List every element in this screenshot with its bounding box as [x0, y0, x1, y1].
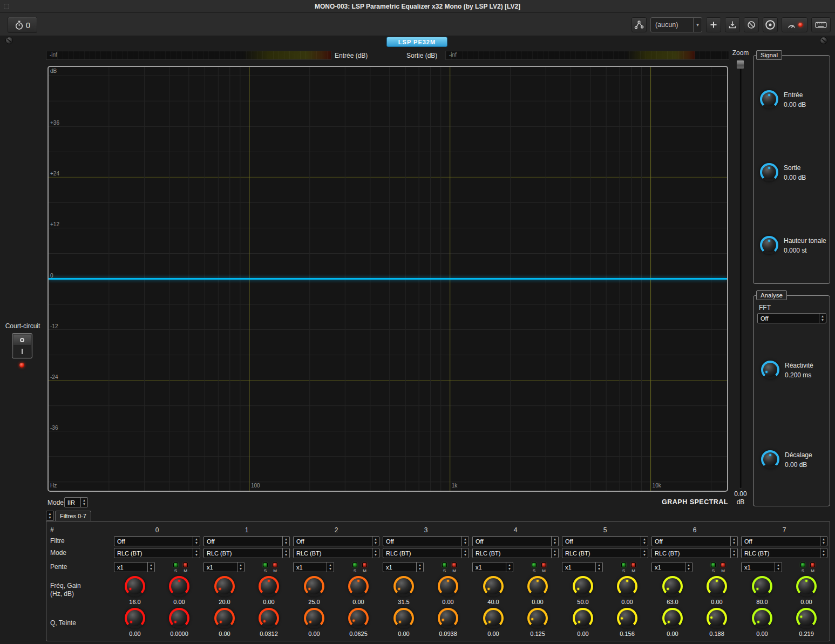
signal-tab[interactable]: Signal [756, 50, 782, 60]
hue-knob[interactable] [617, 608, 637, 628]
filter-slope-combo[interactable]: x1▲▼ [562, 562, 603, 572]
q-knob[interactable] [214, 608, 235, 628]
mute-led[interactable] [541, 562, 546, 567]
hue-knob[interactable] [169, 608, 189, 628]
filter-type-combo[interactable]: Off▲▼ [114, 536, 200, 546]
filter-type-combo[interactable]: Off▲▼ [741, 536, 827, 546]
gain-knob[interactable] [527, 576, 548, 596]
filter-type-combo-spinner[interactable]: ▲▼ [282, 537, 289, 546]
solo-led[interactable] [263, 562, 268, 567]
filter-type-combo[interactable]: Off▲▼ [562, 536, 648, 546]
filter-mode-combo-spinner[interactable]: ▲▼ [641, 548, 648, 558]
signal-knob-1[interactable] [760, 163, 778, 181]
filter-slope-combo-spinner[interactable]: ▲▼ [237, 562, 244, 572]
freq-knob[interactable] [125, 576, 145, 596]
freq-knob[interactable] [573, 576, 593, 596]
analyse-knob-1[interactable] [761, 450, 779, 469]
filter-slope-combo-spinner[interactable]: ▲▼ [775, 562, 782, 572]
filter-slope-combo[interactable]: x1▲▼ [203, 562, 245, 572]
preset-select[interactable]: (aucun) ▾ [650, 17, 702, 32]
filter-type-combo-spinner[interactable]: ▲▼ [193, 537, 200, 546]
filter-type-combo[interactable]: Off▲▼ [651, 536, 738, 546]
bypass-switch[interactable] [12, 333, 32, 358]
filter-slope-combo-spinner[interactable]: ▲▼ [147, 562, 154, 572]
filter-type-combo[interactable]: Off▲▼ [383, 536, 469, 546]
gain-knob[interactable] [707, 576, 727, 596]
filter-mode-combo-spinner[interactable]: ▲▼ [372, 548, 379, 558]
q-knob[interactable] [483, 608, 504, 628]
filter-slope-combo[interactable]: x1▲▼ [651, 562, 693, 572]
freq-knob[interactable] [214, 576, 235, 596]
disable-button[interactable] [744, 17, 759, 32]
mode-combo[interactable]: IIR ▲▼ [64, 497, 88, 507]
solo-led[interactable] [800, 562, 805, 567]
mute-led[interactable] [183, 562, 188, 567]
hue-knob[interactable] [796, 608, 817, 628]
gain-knob[interactable] [796, 576, 817, 596]
hue-knob[interactable] [348, 608, 369, 628]
hue-knob[interactable] [438, 608, 458, 628]
gain-knob[interactable] [169, 576, 189, 596]
eq-curve[interactable] [49, 278, 727, 280]
fft-combo-spinner[interactable]: ▲▼ [819, 314, 826, 323]
solo-led[interactable] [173, 562, 178, 567]
mute-led[interactable] [810, 562, 815, 567]
keyboard-button[interactable] [811, 17, 831, 32]
solo-led[interactable] [532, 562, 537, 567]
filter-slope-combo[interactable]: x1▲▼ [741, 562, 782, 572]
filter-type-combo-spinner[interactable]: ▲▼ [641, 537, 648, 546]
gain-knob[interactable] [259, 576, 279, 596]
filter-type-combo-spinner[interactable]: ▲▼ [820, 537, 827, 546]
mute-led[interactable] [273, 562, 277, 567]
freq-knob[interactable] [662, 576, 683, 596]
filter-mode-combo[interactable]: RLC (BT)▲▼ [114, 548, 200, 558]
meter-bridge-button[interactable] [782, 17, 807, 32]
mute-led[interactable] [631, 562, 636, 567]
hue-knob[interactable] [707, 608, 727, 628]
filter-mode-combo[interactable]: RLC (BT)▲▼ [203, 548, 290, 558]
signal-knob-0[interactable] [760, 90, 778, 109]
analyse-tab[interactable]: Analyse [756, 290, 787, 300]
filter-mode-combo-spinner[interactable]: ▲▼ [282, 548, 289, 558]
filter-mode-combo-spinner[interactable]: ▲▼ [461, 548, 469, 558]
mode-combo-spinner[interactable]: ▲▼ [80, 498, 87, 507]
q-knob[interactable] [662, 608, 683, 628]
q-knob[interactable] [304, 608, 324, 628]
filter-mode-combo[interactable]: RLC (BT)▲▼ [741, 548, 827, 558]
q-knob[interactable] [125, 608, 145, 628]
filter-slope-combo-spinner[interactable]: ▲▼ [685, 562, 692, 572]
q-knob[interactable] [752, 608, 772, 628]
filter-slope-combo[interactable]: x1▲▼ [472, 562, 513, 572]
solo-led[interactable] [621, 562, 626, 567]
filter-slope-combo[interactable]: x1▲▼ [293, 562, 334, 572]
filter-type-combo[interactable]: Off▲▼ [293, 536, 379, 546]
signal-knob-2[interactable] [760, 236, 778, 254]
filter-mode-combo[interactable]: RLC (BT)▲▼ [293, 548, 379, 558]
filter-slope-combo[interactable]: x1▲▼ [383, 562, 424, 572]
zoom-slider[interactable] [739, 59, 742, 489]
mute-led[interactable] [452, 562, 457, 567]
solo-led[interactable] [442, 562, 447, 567]
filter-type-combo-spinner[interactable]: ▲▼ [551, 537, 558, 546]
filters-tab[interactable]: Filtres 0-7 [55, 511, 91, 521]
filter-mode-combo[interactable]: RLC (BT)▲▼ [562, 548, 648, 558]
filter-type-combo[interactable]: Off▲▼ [472, 536, 559, 546]
transport-counter-button[interactable]: 0 [8, 17, 37, 33]
routing-button[interactable] [632, 17, 647, 32]
filter-mode-combo[interactable]: RLC (BT)▲▼ [651, 548, 738, 558]
q-knob[interactable] [573, 608, 593, 628]
filter-type-combo-spinner[interactable]: ▲▼ [372, 537, 379, 546]
filter-slope-combo-spinner[interactable]: ▲▼ [506, 562, 513, 572]
hue-knob[interactable] [527, 608, 548, 628]
fft-combo[interactable]: Off ▲▼ [757, 313, 826, 323]
filter-mode-combo[interactable]: RLC (BT)▲▼ [383, 548, 469, 558]
filter-type-combo[interactable]: Off▲▼ [203, 536, 290, 546]
filters-page-spinner[interactable]: ▲▼ [46, 511, 54, 521]
zoom-slider-handle[interactable] [736, 60, 744, 69]
gain-knob[interactable] [617, 576, 637, 596]
filter-slope-combo-spinner[interactable]: ▲▼ [327, 562, 334, 572]
mute-led[interactable] [721, 562, 725, 567]
import-button[interactable] [725, 17, 740, 32]
filter-slope-combo-spinner[interactable]: ▲▼ [595, 562, 602, 572]
add-preset-button[interactable] [706, 17, 721, 32]
